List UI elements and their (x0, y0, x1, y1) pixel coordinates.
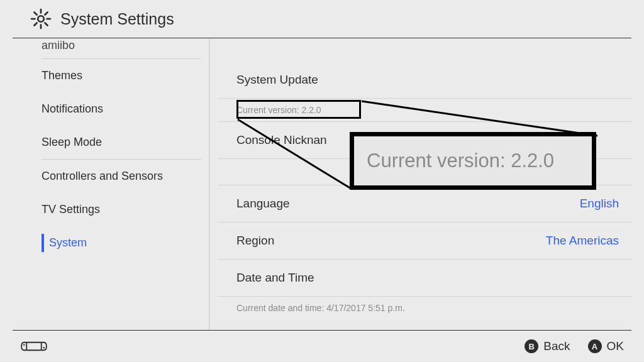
row-label: System Update (236, 73, 318, 87)
sidebar: amiibo Themes Notifications Sleep Mode C… (13, 39, 201, 331)
content-spacer (218, 158, 631, 185)
sidebar-item-controllers[interactable]: Controllers and Sensors (13, 160, 201, 193)
sidebar-item-sleep-mode[interactable]: Sleep Mode (13, 126, 201, 159)
row-label: Region (236, 234, 274, 248)
row-language[interactable]: Language English (218, 185, 631, 222)
row-label: Date and Time (236, 271, 314, 285)
current-datetime-text: Current date and time: 4/17/2017 5:51 p.… (218, 296, 631, 313)
back-button[interactable]: B Back (525, 339, 570, 353)
footer: B Back A OK (0, 331, 644, 362)
sidebar-item-amiibo[interactable]: amiibo (13, 39, 201, 58)
sidebar-item-system[interactable]: System (13, 226, 201, 260)
svg-rect-1 (26, 343, 41, 350)
content-panel: System Update Current version: 2.2.0 Con… (218, 39, 631, 331)
gear-icon (30, 8, 52, 30)
back-label: Back (543, 339, 570, 353)
a-button-icon: A (588, 339, 602, 353)
b-button-icon: B (525, 339, 538, 353)
svg-point-2 (23, 344, 25, 346)
row-label: Language (236, 197, 290, 211)
page-title: System Settings (60, 10, 174, 28)
row-date-time[interactable]: Date and Time (218, 259, 631, 296)
header-divider (13, 38, 631, 38)
header: System Settings (0, 0, 644, 38)
row-value: English (580, 197, 619, 211)
vertical-divider (209, 39, 210, 331)
controller-icon (20, 340, 48, 353)
row-console-nickname[interactable]: Console Nicknan (218, 121, 631, 158)
body: amiibo Themes Notifications Sleep Mode C… (13, 39, 631, 331)
current-version-text: Current version: 2.2.0 (218, 98, 631, 121)
row-value: The Americas (546, 234, 619, 248)
ok-button[interactable]: A OK (588, 339, 624, 353)
footer-buttons: B Back A OK (525, 339, 624, 353)
sidebar-item-themes[interactable]: Themes (13, 59, 201, 92)
row-region[interactable]: Region The Americas (218, 222, 631, 259)
svg-point-3 (43, 347, 45, 349)
ok-label: OK (607, 339, 624, 353)
row-label: Console Nicknan (236, 133, 327, 147)
row-system-update[interactable]: System Update (218, 65, 631, 98)
svg-point-0 (38, 16, 44, 22)
sidebar-item-tv-settings[interactable]: TV Settings (13, 193, 201, 226)
sidebar-item-notifications[interactable]: Notifications (13, 92, 201, 126)
